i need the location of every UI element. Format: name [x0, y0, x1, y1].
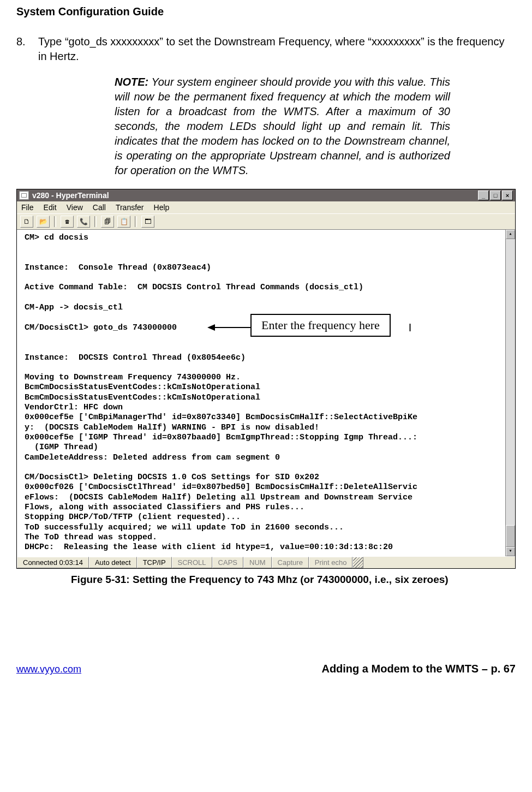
footer-page-info: Adding a Modem to the WMTS – p. 67 [321, 663, 516, 675]
footer-link[interactable]: www.vyyo.com [16, 664, 81, 675]
menu-call[interactable]: Call [93, 203, 106, 212]
status-bar: Connected 0:03:14 Auto detect TCP/IP SCR… [17, 556, 515, 568]
maximize-button[interactable]: □ [490, 190, 501, 200]
note-text: Your system engineer should provide you … [115, 76, 450, 176]
step-number: 8. [16, 34, 38, 64]
minimize-button[interactable]: _ [478, 190, 489, 200]
status-capture: Capture [272, 557, 309, 568]
menu-edit[interactable]: Edit [44, 203, 57, 212]
status-connected: Connected 0:03:14 [17, 557, 89, 568]
annotation-label: Enter the frequency here [250, 314, 391, 337]
status-detect: Auto detect [89, 557, 137, 568]
toolbar-sep [94, 216, 97, 227]
paste-icon[interactable]: 📋 [117, 216, 130, 228]
disconnect-icon[interactable]: 📞 [77, 216, 90, 228]
menu-transfer[interactable]: Transfer [116, 203, 144, 212]
menu-help[interactable]: Help [154, 203, 170, 212]
svg-marker-1 [207, 324, 215, 331]
toolbar: 🗋 📂 ☎ 📞 🗐 📋 🗔 [17, 213, 515, 230]
status-echo: Print echo [309, 557, 353, 568]
step-text: Type “goto_ds xxxxxxxxx” to set the Down… [38, 34, 516, 64]
scroll-up-icon[interactable]: ▴ [506, 230, 515, 239]
status-caps: CAPS [212, 557, 243, 568]
title-bar[interactable]: v280 - HyperTerminal _ □ × [17, 189, 515, 201]
scroll-down-icon[interactable]: ▾ [506, 547, 515, 556]
window-title: v280 - HyperTerminal [32, 191, 109, 200]
properties-icon[interactable]: 🗔 [141, 216, 154, 228]
note-label: NOTE: [115, 76, 148, 88]
vertical-scrollbar[interactable]: ▴ ▾ [505, 230, 515, 556]
page-footer: www.vyyo.com Adding a Modem to the WMTS … [16, 663, 516, 675]
terminal-output[interactable]: CM> cd docsis Instance: Console Thread (… [17, 230, 505, 556]
open-file-icon[interactable]: 📂 [37, 216, 50, 228]
toolbar-sep [54, 216, 56, 227]
step-8: 8. Type “goto_ds xxxxxxxxx” to set the D… [16, 34, 516, 64]
app-icon [19, 191, 29, 200]
connect-icon[interactable]: ☎ [61, 216, 74, 228]
toolbar-sep [135, 216, 137, 227]
status-num: NUM [243, 557, 272, 568]
status-proto: TCP/IP [137, 557, 172, 568]
status-scroll: SCROLL [172, 557, 212, 568]
annotation-arrow-icon [207, 321, 251, 334]
resize-grip-icon[interactable] [352, 557, 363, 568]
menu-bar: File Edit View Call Transfer Help [17, 201, 515, 213]
menu-file[interactable]: File [21, 203, 34, 212]
page-header: System Configuration Guide [16, 5, 516, 18]
hyperterminal-window: v280 - HyperTerminal _ □ × File Edit Vie… [16, 189, 516, 569]
figure-caption: Figure 5-31: Setting the Frequency to 74… [71, 573, 450, 587]
copy-icon[interactable]: 🗐 [101, 216, 114, 228]
terminal-area: CM> cd docsis Instance: Console Thread (… [17, 230, 515, 556]
note-block: NOTE: Your system engineer should provid… [115, 75, 450, 178]
menu-view[interactable]: View [67, 203, 83, 212]
new-file-icon[interactable]: 🗋 [20, 216, 33, 228]
scroll-thumb[interactable] [506, 525, 515, 547]
close-button[interactable]: × [502, 190, 513, 200]
